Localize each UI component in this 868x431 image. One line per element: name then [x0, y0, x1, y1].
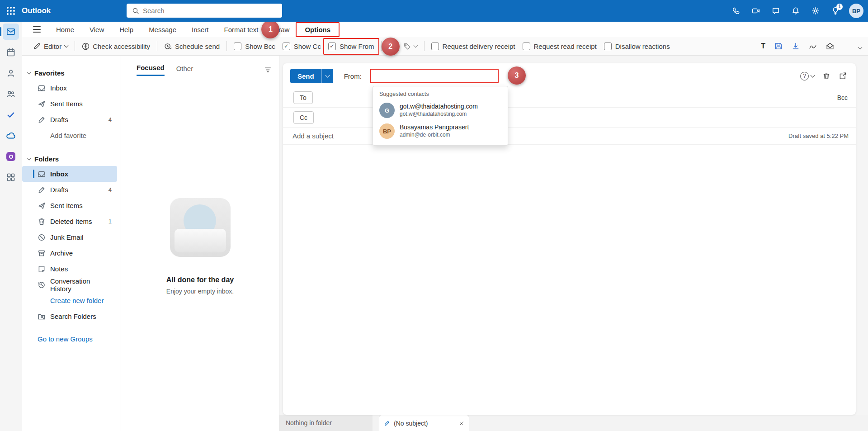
favorite-item-drafts[interactable]: Drafts 4 [22, 112, 117, 128]
text-formatting-icon[interactable]: T [761, 42, 765, 50]
message-list-header: Focused Other [121, 56, 279, 80]
unread-count: 4 [108, 186, 112, 193]
bcc-button[interactable]: Bcc [837, 94, 849, 101]
request-delivery-receipt-checkbox[interactable]: Request delivery receipt [428, 40, 519, 53]
folder-item-deleted-items[interactable]: Deleted Items 1 [22, 213, 117, 229]
tab-message[interactable]: Message [143, 24, 182, 36]
message-body-editor[interactable] [283, 145, 856, 415]
suggested-contact[interactable]: BP Busayamas Pangprasert admin@de-orbit.… [373, 121, 508, 142]
suggestions-header: Suggested contacts [373, 89, 508, 100]
to-button[interactable]: To [293, 91, 313, 104]
search-folder-icon [38, 313, 46, 321]
favorites-section-header[interactable]: Favorites [22, 66, 121, 80]
rail-mail-icon[interactable] [3, 24, 19, 40]
cc-button[interactable]: Cc [293, 111, 314, 124]
low-importance-arrow-icon[interactable] [385, 40, 400, 53]
account-avatar[interactable]: BP [849, 4, 863, 18]
folder-item-sent-items[interactable]: Sent Items [22, 198, 117, 213]
discard-draft-icon[interactable] [822, 72, 830, 80]
draft-tab[interactable]: (No subject) [379, 415, 469, 431]
collapse-ribbon-chevron[interactable] [859, 43, 862, 50]
chevron-down-icon [413, 43, 418, 48]
from-field[interactable] [370, 69, 499, 83]
call-icon[interactable] [728, 3, 744, 19]
rail-people-icon[interactable] [3, 65, 19, 81]
download-icon[interactable] [792, 42, 800, 50]
chevron-down-icon [811, 73, 815, 78]
unread-count: 4 [108, 116, 112, 123]
tab-home[interactable]: Home [50, 24, 80, 36]
rail-todo-icon[interactable] [3, 107, 19, 123]
folder-item-junk-email[interactable]: Junk Email [22, 229, 117, 245]
check-accessibility-button[interactable]: Check accessibility [78, 40, 154, 53]
open-in-new-window-icon[interactable] [839, 72, 847, 80]
app-title: Outlook [22, 6, 51, 15]
cc-row: Cc [283, 108, 856, 128]
notifications-bell-icon[interactable] [788, 3, 804, 19]
folder-item-notes[interactable]: Notes [22, 261, 117, 277]
checkbox-icon [523, 43, 530, 50]
tab-help[interactable]: Help [113, 24, 139, 36]
rail-onedrive-icon[interactable] [3, 128, 19, 144]
rail-loop-app-icon[interactable] [3, 148, 19, 165]
signature-icon[interactable] [809, 42, 817, 50]
send-button[interactable]: Send [290, 69, 321, 83]
send-split-button[interactable]: Send [290, 69, 333, 83]
request-read-receipt-checkbox[interactable]: Request read receipt [519, 40, 600, 53]
go-to-groups-link[interactable]: Go to new Groups [22, 332, 121, 346]
empty-state: All done for the day Enjoy your empty in… [121, 198, 279, 295]
tab-focused[interactable]: Focused [137, 64, 165, 76]
tips-lightbulb-icon[interactable]: 1 [827, 3, 844, 19]
draft-saved-status: Draft saved at 5:22 PM [788, 133, 849, 139]
tab-view[interactable]: View [84, 24, 110, 36]
favorite-item-sent-items[interactable]: Sent Items [22, 96, 117, 112]
tab-insert[interactable]: Insert [186, 24, 215, 36]
suggested-contact[interactable]: G got.w@thaidatahosting.com got.w@thaida… [373, 100, 508, 121]
favorite-item-inbox[interactable]: Inbox [22, 80, 117, 96]
folder-item-inbox[interactable]: Inbox [22, 166, 117, 182]
folder-item-archive[interactable]: Archive [22, 245, 117, 261]
save-draft-icon[interactable] [774, 42, 783, 50]
hamburger-menu-icon[interactable] [28, 23, 45, 36]
folder-pane: Favorites Inbox Sent Items Drafts 4 [22, 56, 121, 431]
folder-item-conversation-history[interactable]: Conversation History [22, 277, 117, 293]
add-favorite-button[interactable]: Add favorite [22, 128, 117, 143]
settings-gear-icon[interactable] [807, 3, 824, 19]
filter-icon[interactable] [264, 66, 272, 74]
rail-groups-icon[interactable] [3, 86, 19, 102]
create-new-folder-button[interactable]: Create new folder [22, 293, 117, 308]
toolbar-separator [424, 41, 425, 51]
tab-format-text[interactable]: Format text [218, 24, 264, 36]
disallow-reactions-checkbox[interactable]: Disallow reactions [600, 40, 674, 53]
tag-icon[interactable] [400, 40, 421, 53]
schedule-send-button[interactable]: Schedule send [160, 40, 223, 53]
chevron-down-icon [64, 43, 69, 48]
tab-options[interactable]: Options [299, 24, 336, 36]
checkbox-icon [234, 43, 241, 50]
send-options-chevron[interactable] [321, 69, 333, 83]
meet-now-icon[interactable] [748, 3, 764, 19]
sent-icon [38, 100, 46, 108]
folder-item-drafts[interactable]: Drafts 4 [22, 182, 117, 198]
subject-row[interactable]: Add a subject Draft saved at 5:22 PM [283, 128, 856, 145]
close-icon[interactable] [459, 421, 464, 426]
folders-section-header[interactable]: Folders [22, 152, 121, 166]
editor-button[interactable]: Editor [29, 40, 71, 53]
show-bcc-checkbox[interactable]: Show Bcc [230, 40, 279, 53]
show-from-checkbox[interactable]: Show From 2 [325, 40, 378, 53]
archive-icon [38, 249, 46, 257]
tab-other[interactable]: Other [176, 65, 193, 76]
search-box[interactable] [127, 4, 282, 18]
sent-icon [38, 202, 46, 210]
feedback-icon[interactable] [768, 3, 784, 19]
app-launcher-button[interactable] [0, 0, 22, 22]
rail-calendar-icon[interactable] [3, 44, 19, 61]
folder-item-search-folders[interactable]: Search Folders [22, 308, 117, 324]
tab-draw[interactable]: Draw 1 [268, 24, 295, 36]
open-mail-icon[interactable] [826, 42, 834, 50]
rail-more-apps-icon[interactable] [3, 169, 19, 185]
help-menu[interactable] [800, 72, 814, 81]
contact-avatar: G [379, 103, 395, 118]
show-cc-checkbox[interactable]: Show Cc [279, 40, 325, 53]
search-input[interactable] [143, 7, 277, 14]
